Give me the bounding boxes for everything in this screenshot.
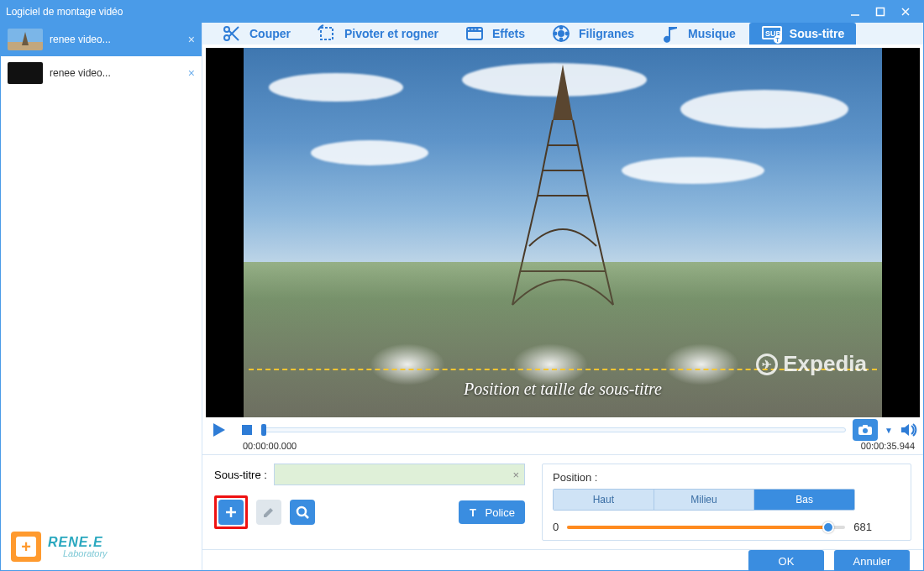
clip-label: renee video... — [50, 67, 111, 79]
svg-point-12 — [473, 29, 474, 29]
brand-logo: RENE.E Laboratory — [1, 523, 202, 570]
position-slider[interactable] — [567, 526, 845, 529]
sidebar: renee video... × renee video... × RENE.E… — [1, 23, 202, 570]
minimize-button[interactable] — [843, 3, 868, 20]
cancel-button[interactable]: Annuler — [834, 550, 910, 571]
play-button[interactable] — [207, 420, 231, 440]
window-title: Logiciel de montage vidéo — [6, 6, 843, 18]
font-button-label: Police — [486, 506, 515, 519]
maximize-button[interactable] — [868, 3, 893, 20]
logo-icon — [11, 532, 41, 562]
svg-rect-30 — [863, 425, 868, 427]
total-time: 00:00:35.944 — [861, 441, 915, 451]
current-time: 00:00:00.000 — [243, 441, 297, 451]
slider-min: 0 — [553, 521, 559, 533]
close-icon[interactable]: × — [188, 66, 195, 80]
subtitle-label: Sous-titre : — [214, 469, 267, 481]
svg-rect-1 — [877, 8, 885, 16]
add-highlight — [214, 495, 248, 529]
effects-icon — [464, 23, 486, 45]
clip-label: renee video... — [50, 34, 111, 45]
add-subtitle-button[interactable] — [218, 500, 244, 525]
svg-point-17 — [566, 33, 569, 35]
tab-musique[interactable]: Musique — [648, 23, 748, 45]
svg-rect-28 — [242, 425, 252, 435]
close-icon[interactable]: × — [188, 33, 195, 46]
position-segmented: Haut Milieu Bas — [553, 489, 855, 511]
tab-label: Filigranes — [579, 27, 634, 40]
svg-point-5 — [224, 35, 229, 40]
position-option-milieu[interactable]: Milieu — [654, 490, 754, 510]
svg-point-15 — [559, 31, 564, 36]
search-subtitle-button[interactable] — [290, 500, 315, 525]
tab-pivoter[interactable]: Pivoter et rogner — [304, 23, 450, 45]
svg-text:T: T — [775, 37, 780, 43]
chevron-down-icon[interactable]: ▼ — [885, 426, 893, 435]
svg-point-13 — [476, 29, 477, 29]
clip-item-active[interactable]: renee video... × — [1, 23, 202, 56]
svg-marker-32 — [901, 424, 909, 436]
tab-strip: Couper Pivoter et rogner Effets — [202, 23, 923, 45]
video-preview[interactable]: ✈ Expedia Position et taille de sous-tit… — [206, 48, 920, 417]
seek-bar[interactable] — [263, 427, 846, 432]
music-icon — [659, 23, 681, 45]
svg-point-35 — [297, 507, 306, 516]
tab-label: Sous-titre — [790, 27, 844, 40]
footer: OK Annuler — [202, 549, 923, 571]
font-button[interactable]: T Police — [459, 500, 525, 524]
svg-point-18 — [560, 39, 563, 41]
stop-button[interactable] — [238, 421, 256, 439]
svg-rect-8 — [321, 28, 333, 39]
tab-label: Pivoter et rogner — [344, 27, 438, 40]
svg-point-16 — [560, 27, 563, 29]
position-option-bas[interactable]: Bas — [753, 490, 854, 510]
subtitle-overlay-text: Position et taille de sous-titre — [464, 380, 662, 399]
clip-thumbnail — [8, 62, 43, 84]
titlebar: Logiciel de montage vidéo — [1, 1, 923, 23]
tab-filigranes[interactable]: Filigranes — [538, 23, 646, 45]
svg-point-4 — [224, 27, 229, 32]
position-panel: Position : Haut Milieu Bas 0 681 — [542, 464, 911, 541]
volume-button[interactable] — [900, 421, 918, 439]
playback-controls: ▼ — [202, 417, 923, 441]
watermark-icon — [550, 23, 572, 45]
close-button[interactable] — [893, 3, 918, 20]
scissors-icon — [221, 23, 243, 45]
edit-subtitle-button[interactable] — [256, 500, 281, 525]
tab-couper[interactable]: Couper — [209, 23, 302, 45]
subtitle-panel: Sous-titre : × — [202, 454, 923, 549]
snapshot-button[interactable] — [853, 419, 878, 441]
tab-label: Musique — [688, 27, 736, 40]
tab-label: Couper — [249, 27, 291, 40]
logo-text-2: Laboratory — [63, 549, 108, 558]
svg-point-19 — [554, 33, 557, 35]
logo-text-1: RENE.E — [48, 536, 108, 549]
subtitle-icon: SUBT — [761, 23, 783, 45]
slider-max: 681 — [853, 521, 872, 533]
rotate-crop-icon — [316, 23, 338, 45]
svg-point-31 — [863, 428, 868, 433]
subtitle-input[interactable]: × — [274, 464, 525, 485]
position-option-haut[interactable]: Haut — [554, 490, 654, 510]
clear-input-icon[interactable]: × — [512, 469, 519, 481]
video-watermark: ✈ Expedia — [756, 351, 867, 377]
svg-text:T: T — [470, 506, 476, 518]
clip-thumbnail — [8, 29, 43, 50]
ok-button[interactable]: OK — [748, 550, 824, 571]
tab-label: Effets — [492, 27, 525, 40]
clip-item[interactable]: renee video... × — [1, 56, 202, 90]
svg-line-36 — [305, 515, 308, 518]
watermark-text: Expedia — [783, 351, 867, 377]
tab-effets[interactable]: Effets — [452, 23, 537, 45]
svg-marker-27 — [213, 423, 225, 437]
position-label: Position : — [553, 471, 900, 484]
tab-soustitre[interactable]: SUBT Sous-titre — [749, 23, 856, 45]
svg-point-11 — [470, 29, 470, 29]
